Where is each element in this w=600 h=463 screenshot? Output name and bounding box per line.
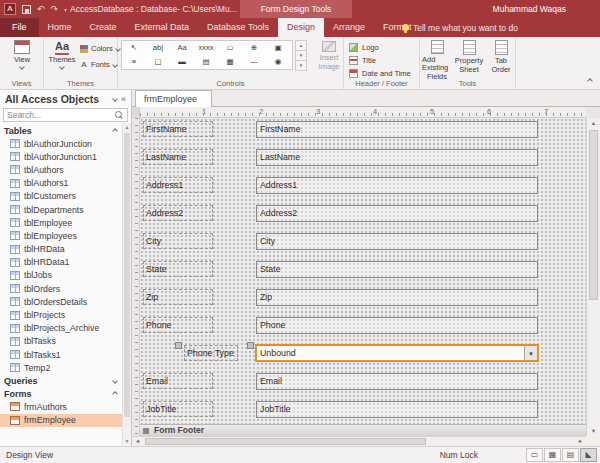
search-icon[interactable]: [115, 111, 124, 120]
gallery-scroll-down-button[interactable]: ▾: [295, 51, 307, 61]
field-textbox-state[interactable]: State: [256, 261, 538, 278]
field-label-city[interactable]: City: [143, 233, 213, 249]
property-sheet-button[interactable]: PropertySheet: [454, 39, 484, 81]
tab-order-button[interactable]: TabOrder: [486, 39, 516, 81]
save-icon[interactable]: [22, 5, 31, 14]
field-label-phone-type[interactable]: Phone Type: [184, 345, 238, 361]
nav-item-tblhrdata[interactable]: tblHRData: [0, 243, 131, 256]
scroll-down-icon[interactable]: ▼: [587, 428, 600, 434]
nav-item-tblauthors[interactable]: tblAuthors: [0, 163, 131, 176]
insert-image-button[interactable]: Insert Image: [312, 41, 346, 83]
nav-item-tblcustomers[interactable]: tblCustomers: [0, 190, 131, 203]
nav-item-tblemployee[interactable]: tblEmployee: [0, 216, 131, 229]
nav-section-tables[interactable]: Tables: [0, 124, 131, 137]
field-label-address1[interactable]: Address1: [143, 177, 213, 193]
nav-item-tblorders[interactable]: tblOrders: [0, 282, 131, 295]
field-textbox-email[interactable]: Email: [256, 373, 538, 390]
fonts-button[interactable]: A Fonts: [80, 58, 117, 71]
nav-item-tbltasks[interactable]: tblTasks: [0, 335, 131, 348]
text-box-icon[interactable]: ab|: [146, 41, 170, 55]
field-textbox-zip[interactable]: Zip: [256, 289, 538, 306]
search-input[interactable]: Search...: [3, 108, 128, 122]
field-textbox-jobtitle[interactable]: JobTitle: [256, 401, 538, 418]
toggle-button-icon[interactable]: ◉: [266, 55, 290, 69]
undo-icon[interactable]: ↶: [37, 3, 45, 15]
add-existing-fields-button[interactable]: Add ExistingFields: [422, 39, 452, 81]
nav-item-tblauthorjunction[interactable]: tblAuthorJunction: [0, 137, 131, 150]
signed-in-user[interactable]: Muhammad Waqas: [493, 4, 566, 14]
redo-icon[interactable]: ↷: [51, 3, 59, 15]
ribbon-tab-database-tools[interactable]: Database Tools: [198, 18, 278, 37]
ribbon-tab-create[interactable]: Create: [81, 18, 126, 37]
form-select-corner[interactable]: [132, 107, 140, 118]
logo-button[interactable]: Logo: [349, 41, 379, 53]
layout-view-button[interactable]: ▤: [562, 448, 579, 462]
field-label-lastname[interactable]: LastName: [143, 149, 213, 165]
navigation-pane-title[interactable]: All Access Objects: [5, 93, 109, 105]
scroll-up-icon[interactable]: ▲: [587, 120, 600, 126]
nav-item-tbldepartments[interactable]: tblDepartments: [0, 203, 131, 216]
nav-item-frmemployee[interactable]: frmEmployee: [0, 414, 131, 427]
horizontal-scrollbar-thumb[interactable]: [145, 438, 426, 445]
ribbon-tab-external-data[interactable]: External Data: [126, 18, 199, 37]
move-handle[interactable]: [247, 342, 254, 349]
nav-item-tblauthorjunction1[interactable]: tblAuthorJunction1: [0, 150, 131, 163]
vertical-scrollbar-thumb[interactable]: [589, 130, 598, 300]
nav-item-tblauthors1[interactable]: tblAuthors1: [0, 177, 131, 190]
view-button[interactable]: View: [5, 40, 39, 80]
field-label-firstname[interactable]: FirstName: [143, 121, 213, 137]
form-view-button[interactable]: ▭: [526, 448, 543, 462]
scroll-left-icon[interactable]: ◄: [132, 437, 143, 446]
shutter-close-icon[interactable]: «: [121, 94, 126, 104]
design-view-button[interactable]: ◣: [580, 448, 597, 462]
title-button[interactable]: Title: [349, 54, 376, 66]
field-label-phone[interactable]: Phone: [143, 317, 213, 333]
nav-item-tbltasks1[interactable]: tblTasks1: [0, 348, 131, 361]
tab-control-icon[interactable]: ▭: [218, 41, 242, 55]
ribbon-tab-file[interactable]: File: [0, 18, 39, 37]
move-handle[interactable]: [175, 342, 182, 349]
scroll-right-icon[interactable]: ►: [575, 437, 586, 446]
chart-icon[interactable]: ▦: [218, 55, 242, 69]
horizontal-ruler[interactable]: 1234567: [132, 107, 586, 118]
nav-section-queries[interactable]: Queries: [0, 374, 131, 387]
web-browser-control-icon[interactable]: ▣: [266, 41, 290, 55]
field-label-email[interactable]: Email: [143, 373, 213, 389]
field-label-state[interactable]: State: [143, 261, 213, 277]
field-label-jobtitle[interactable]: JobTitle: [143, 401, 213, 417]
document-tab-frmemployee[interactable]: frmEmployee: [135, 90, 212, 107]
nav-scrollbar[interactable]: ▲ ▼: [122, 123, 131, 445]
field-textbox-city[interactable]: City: [256, 233, 538, 250]
nav-item-tbljobs[interactable]: tblJobs: [0, 269, 131, 282]
hyperlink-icon[interactable]: ⊕: [242, 41, 266, 55]
nav-item-tblprojects-archive[interactable]: tblProjects_Archive: [0, 322, 131, 335]
gallery-scroll-up-button[interactable]: ▴: [295, 40, 307, 51]
colors-button[interactable]: Colors: [80, 42, 120, 55]
vertical-ruler[interactable]: [132, 118, 140, 436]
combo-box-icon[interactable]: ▤: [194, 55, 218, 69]
nav-item-tblprojects[interactable]: tblProjects: [0, 308, 131, 321]
combo-dropdown-button[interactable]: ▼: [524, 346, 537, 360]
select-icon[interactable]: ↖: [122, 41, 146, 55]
date-and-time-button[interactable]: Date and Time: [349, 67, 411, 79]
vertical-scrollbar[interactable]: ▲ ▼: [586, 118, 600, 436]
field-label-zip[interactable]: Zip: [143, 289, 213, 305]
ribbon-tab-design[interactable]: Design: [278, 18, 324, 37]
field-textbox-lastname[interactable]: LastName: [256, 149, 538, 166]
form-footer-section-bar[interactable]: Form Footer: [140, 424, 586, 436]
field-textbox-firstname[interactable]: FirstName: [256, 121, 538, 138]
tell-me-box[interactable]: Tell me what you want to do: [402, 18, 518, 37]
field-textbox-address1[interactable]: Address1: [256, 177, 538, 194]
field-label-address2[interactable]: Address2: [143, 205, 213, 221]
scroll-down-icon[interactable]: ▼: [123, 438, 131, 444]
horizontal-scrollbar[interactable]: ◄ ►: [132, 436, 586, 446]
line-icon[interactable]: —: [242, 55, 266, 69]
nav-item-tblhrdata1[interactable]: tblHRData1: [0, 256, 131, 269]
label-icon[interactable]: Aa: [170, 41, 194, 55]
qat-customize-icon[interactable]: ▾: [64, 6, 67, 13]
field-textbox-phone[interactable]: Phone: [256, 317, 538, 334]
nav-section-forms[interactable]: Forms: [0, 387, 131, 400]
datasheet-view-button[interactable]: ▦: [544, 448, 561, 462]
nav-item-tblemployees[interactable]: tblEmployees: [0, 229, 131, 242]
access-app-icon[interactable]: A: [4, 3, 16, 15]
